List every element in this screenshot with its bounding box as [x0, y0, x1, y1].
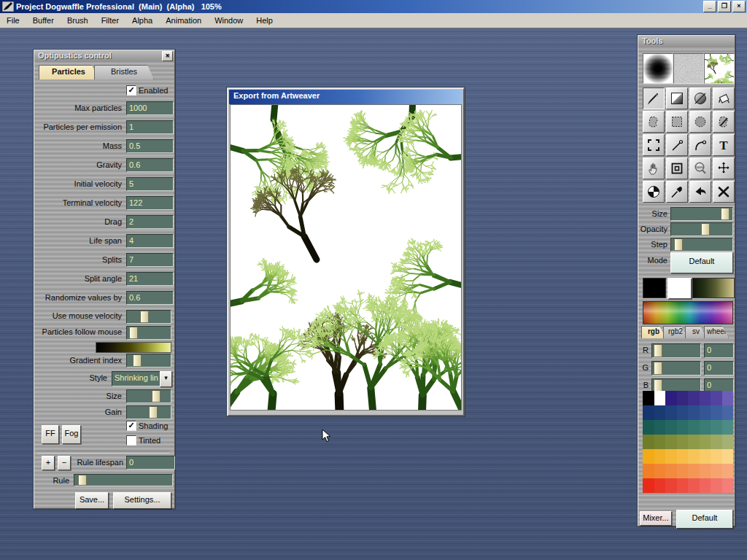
picker-tool[interactable] [666, 181, 688, 203]
palette-swatch[interactable] [700, 464, 711, 478]
size-slider-handle[interactable] [152, 390, 160, 402]
menu-filter[interactable]: Filter [95, 14, 125, 28]
rect-select-tool[interactable] [666, 111, 688, 133]
palette-swatch[interactable] [677, 391, 689, 405]
menu-help[interactable]: Help [249, 14, 279, 28]
palette-swatch[interactable] [677, 449, 689, 464]
palette-swatch[interactable] [711, 405, 722, 420]
menu-window[interactable]: Window [208, 14, 249, 28]
palette-swatch[interactable] [665, 391, 677, 405]
palette-swatch[interactable] [722, 435, 734, 449]
color-spectrum-picker[interactable] [643, 301, 733, 324]
particles-per-emission-field[interactable]: 1 [126, 120, 174, 134]
menu-animation[interactable]: Animation [159, 14, 208, 28]
palette-swatch[interactable] [722, 405, 734, 420]
settings-button[interactable]: Settings... [113, 492, 171, 509]
palette-swatch[interactable] [700, 420, 711, 435]
save-button[interactable]: Save... [75, 492, 109, 509]
gain-slider-handle[interactable] [149, 406, 158, 419]
tools-size-slider-handle[interactable] [721, 208, 729, 220]
canvas-image[interactable] [230, 104, 462, 411]
palette-swatch[interactable] [665, 449, 677, 464]
palette-swatch[interactable] [688, 391, 700, 405]
rule-slider[interactable] [74, 474, 173, 486]
palette-swatch[interactable] [665, 405, 677, 420]
mass-field[interactable]: 0.5 [126, 139, 174, 153]
rule-slider-handle[interactable] [78, 475, 87, 486]
style-dropdown-arrow-icon[interactable]: ▾ [160, 371, 172, 387]
splits-field[interactable]: 7 [126, 253, 174, 267]
palette-swatch[interactable] [654, 464, 666, 478]
palette-swatch[interactable] [688, 420, 700, 435]
channel-r-slider[interactable] [651, 343, 701, 358]
drag-field[interactable]: 2 [126, 215, 174, 229]
image-preview-thumbnail[interactable] [704, 53, 735, 84]
select-all-tool[interactable] [643, 134, 665, 156]
text-tool[interactable]: T [713, 134, 735, 156]
gradient-index-slider[interactable] [126, 354, 171, 368]
palette-swatch[interactable] [654, 478, 666, 493]
max-particles-field[interactable]: 1000 [126, 101, 174, 115]
life-span-field[interactable]: 4 [126, 234, 174, 248]
shading-checkbox[interactable]: ✓ [126, 421, 136, 431]
fog-button[interactable]: Fog [62, 425, 81, 444]
palette-swatch[interactable] [654, 420, 666, 435]
palette-swatch[interactable] [700, 405, 711, 420]
palette-swatch[interactable] [711, 449, 722, 464]
palette-swatch[interactable] [654, 449, 666, 464]
color-tab-rgb2[interactable]: rgb2 [663, 326, 688, 338]
palette-swatch[interactable] [711, 391, 722, 405]
color-tab-wheel[interactable]: wheel [704, 326, 729, 338]
default-button[interactable]: Default [676, 510, 733, 529]
freehand-select-tool[interactable] [643, 111, 665, 133]
style-dropdown[interactable]: Shrinking lin [112, 371, 162, 386]
use-mouse-velocity-slider-handle[interactable] [140, 311, 149, 323]
magnify-tool[interactable] [666, 158, 688, 179]
palette-swatch[interactable] [643, 435, 654, 449]
restore-button[interactable]: ❐ [718, 1, 731, 12]
rule-lifespan-field[interactable]: 0 [126, 456, 175, 470]
fill-tool[interactable] [713, 88, 735, 109]
menu-buffer[interactable]: Buffer [26, 14, 61, 28]
color-tab-sv[interactable]: sv [685, 326, 707, 338]
palette-swatch[interactable] [700, 435, 711, 449]
channel-g-slider-handle[interactable] [654, 362, 662, 375]
palette-swatch[interactable] [688, 435, 700, 449]
palette-swatch[interactable] [711, 420, 722, 435]
channel-r-slider-handle[interactable] [654, 344, 662, 357]
ellipse-select-tool[interactable] [689, 111, 711, 133]
palette-swatch[interactable] [643, 478, 654, 493]
texture-preview-thumbnail[interactable] [673, 53, 704, 84]
tools-step-slider[interactable] [670, 238, 733, 252]
palette-swatch[interactable] [665, 464, 677, 478]
palette-swatch[interactable] [654, 405, 666, 420]
close-button[interactable]: × [732, 1, 746, 12]
brush-preview-thumbnail[interactable] [643, 53, 673, 84]
palette-swatch[interactable] [722, 449, 734, 464]
palette-swatch[interactable] [722, 420, 734, 435]
tinted-checkbox[interactable] [126, 435, 136, 446]
palette-swatch[interactable] [722, 391, 734, 405]
zoom-100-tool[interactable]: 100% [689, 158, 711, 179]
delete-tool[interactable] [713, 181, 735, 203]
gravity-field[interactable]: 0.6 [126, 158, 174, 172]
palette-swatch[interactable] [688, 464, 700, 478]
mode-button[interactable]: Default [670, 252, 733, 273]
paintbrush-tool[interactable] [643, 88, 665, 109]
undo-tool[interactable] [689, 181, 711, 203]
gradient-rect-tool[interactable] [666, 88, 688, 109]
palette-swatch[interactable] [665, 435, 677, 449]
menu-file[interactable]: File [0, 14, 26, 28]
gradient-ellipse-tool[interactable] [689, 88, 711, 109]
palette-swatch[interactable] [711, 435, 722, 449]
palette-swatch[interactable] [677, 464, 689, 478]
palette-swatch[interactable] [654, 435, 666, 449]
color-tab-rgb[interactable]: rgb [641, 326, 666, 338]
sphere-map-tool[interactable] [643, 181, 665, 203]
palette-swatch[interactable] [688, 405, 700, 420]
tab-bristles[interactable]: Bristles [94, 65, 154, 79]
particles-follow-mouse-slider-handle[interactable] [129, 327, 138, 339]
palette-swatch[interactable] [711, 464, 722, 478]
palette-swatch[interactable] [643, 420, 654, 435]
workspace[interactable]: Optipustics control × ParticlesBristles✓… [0, 28, 747, 560]
